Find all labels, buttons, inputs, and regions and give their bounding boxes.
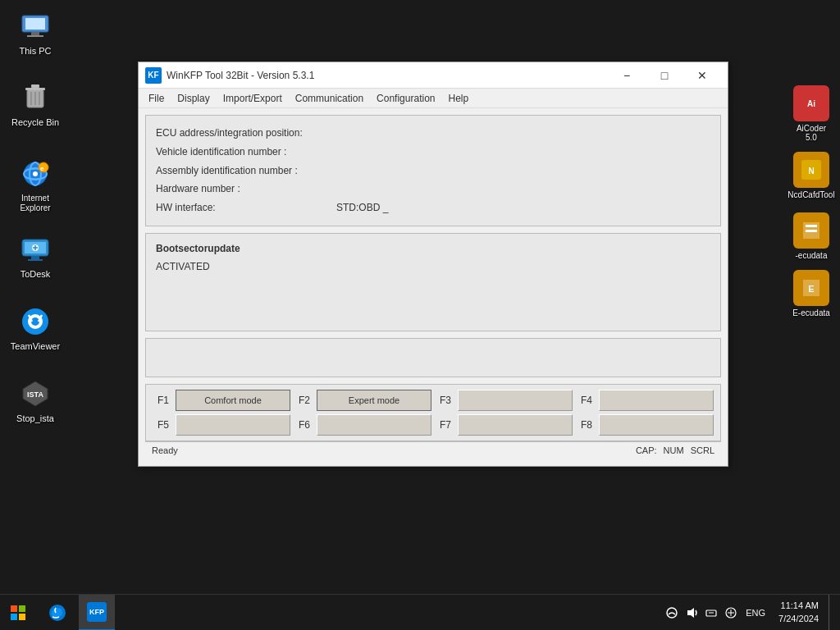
log-panel: Bootsectorupdate ACTIVATED (145, 233, 721, 331)
svg-text:ISTA: ISTA (27, 390, 43, 399)
taskbar-clock[interactable]: 11:14 AM 7/24/2024 (772, 600, 825, 625)
status-cap: CAP: (636, 445, 657, 455)
fkey-f1-label: F1 (153, 395, 172, 406)
info-label-ecu: ECU address/integration position: (156, 124, 336, 143)
info-row-ecu: ECU address/integration position: (156, 124, 710, 143)
fkey-f6-label: F6 (294, 419, 313, 431)
fkey-f4-button[interactable] (599, 390, 714, 411)
desktop-icon-teamviewer[interactable]: TeamViewer (3, 302, 67, 355)
close-button[interactable]: ✕ (683, 62, 721, 89)
fkey-row-1: F1 Comfort mode F2 Expert mode F3 F4 (153, 390, 714, 411)
fkey-f7-label: F7 (435, 419, 454, 431)
taskbar-edge-button[interactable] (39, 595, 75, 631)
fkey-f7-button[interactable] (458, 414, 573, 436)
fkey-f6-button[interactable] (317, 414, 431, 436)
svg-rect-1 (25, 18, 45, 30)
taskbar-winkfp-button[interactable]: KFP (79, 595, 115, 631)
menu-communication[interactable]: Communication (289, 89, 370, 108)
show-desktop-button[interactable] (829, 595, 833, 631)
svg-rect-31 (806, 225, 817, 227)
svg-marker-41 (687, 608, 694, 618)
fkey-f4-label: F4 (576, 395, 596, 406)
svg-rect-32 (806, 230, 817, 232)
status-scrl: SCRL (691, 445, 714, 455)
svg-text:N: N (808, 167, 814, 176)
empty-panel (145, 338, 721, 377)
tray-keyboard-icon[interactable] (703, 605, 719, 621)
fkey-f8-button[interactable] (599, 414, 714, 436)
taskbar: KFP ENG 11:14 AM 7/24/2024 (0, 594, 840, 630)
fkey-row-2: F5 F6 F7 F8 (153, 414, 714, 436)
tray-network-icon[interactable] (664, 605, 680, 621)
fkey-f8-label: F8 (576, 419, 596, 431)
minimize-button[interactable]: − (608, 62, 646, 89)
window-body: ECU address/integration position: Vehicl… (139, 108, 728, 466)
info-panel: ECU address/integration position: Vehicl… (145, 115, 721, 226)
fkey-f5-button[interactable] (176, 414, 290, 436)
start-button[interactable] (0, 595, 36, 631)
desktop-icon-ncdcafd[interactable]: N NcdCafdTool (783, 148, 840, 203)
info-label-vin: Vehicle identification number : (156, 143, 336, 162)
tray-ime-icon[interactable] (723, 605, 739, 621)
info-row-assembly: Assembly identification number : (156, 162, 710, 180)
info-row-hw: Hardware number : (156, 180, 710, 199)
status-text: Ready (152, 445, 178, 455)
svg-rect-3 (27, 35, 43, 37)
svg-rect-19 (28, 259, 43, 261)
fkey-f5-label: F5 (153, 419, 172, 431)
window-titlebar[interactable]: KF WinKFP Tool 32Bit - Version 5.3.1 − □… (139, 62, 728, 89)
menu-help[interactable]: Help (442, 89, 476, 108)
tray-icons (664, 605, 739, 621)
svg-rect-5 (25, 88, 45, 90)
info-row-vin: Vehicle identification number : (156, 143, 710, 162)
taskbar-language[interactable]: ENG (742, 608, 769, 618)
maximize-button[interactable]: □ (646, 62, 683, 89)
tray-volume-icon[interactable] (683, 605, 700, 621)
svg-rect-2 (31, 32, 39, 35)
desktop-icon-stop-ista[interactable]: ISTA Stop_ista (3, 374, 67, 427)
info-label-hwinterface: HW interface: (156, 199, 336, 217)
statusbar-right: CAP: NUM SCRL (636, 445, 714, 455)
log-title: Bootsectorupdate (156, 240, 710, 258)
svg-text:Ai: Ai (807, 99, 815, 108)
desktop-icon-ecudata2[interactable]: E E-ecudata (783, 267, 840, 321)
fkey-section: F1 Comfort mode F2 Expert mode F3 F4 F5 … (145, 384, 721, 441)
svg-rect-36 (19, 605, 25, 612)
status-num: NUM (664, 445, 684, 455)
desktop-icon-todesk[interactable]: ToDesk (3, 230, 67, 283)
info-label-hw: Hardware number : (156, 180, 336, 199)
desktop-icon-aicoder[interactable]: Ai AiCoder5.0 (783, 82, 840, 145)
desktop-icon-ecudata1[interactable]: -ecudata (783, 209, 840, 263)
window-title: WinKFP Tool 32Bit - Version 5.3.1 (167, 70, 608, 81)
svg-rect-18 (31, 256, 39, 259)
window-app-icon: KF (145, 67, 162, 84)
svg-rect-6 (31, 84, 39, 88)
menu-file[interactable]: File (142, 89, 171, 108)
window-controls: − □ ✕ (608, 62, 721, 89)
fkey-f2-label: F2 (294, 395, 313, 406)
desktop-icon-this-pc[interactable]: This PC (3, 7, 67, 60)
menu-configuration[interactable]: Configuration (370, 89, 441, 108)
svg-text:E: E (808, 284, 814, 294)
info-row-hwinterface: HW interface: STD:OBD _ (156, 199, 710, 217)
svg-text:e: e (40, 165, 44, 172)
statusbar: Ready CAP: NUM SCRL (145, 441, 721, 459)
info-value-hwinterface: STD:OBD _ (336, 199, 388, 217)
winkfp-window: KF WinKFP Tool 32Bit - Version 5.3.1 − □… (138, 62, 728, 467)
menu-display[interactable]: Display (171, 89, 216, 108)
desktop-icon-recycle-bin[interactable]: Recycle Bin (3, 78, 67, 131)
svg-rect-35 (11, 605, 17, 612)
svg-point-23 (31, 317, 39, 326)
fkey-f3-button[interactable] (458, 390, 573, 411)
svg-point-13 (33, 171, 38, 176)
taskbar-time-display: 11:14 AM (778, 600, 819, 612)
taskbar-right: ENG 11:14 AM 7/24/2024 (657, 595, 840, 631)
svg-rect-37 (11, 614, 17, 620)
menu-importexport[interactable]: Import/Export (217, 89, 289, 108)
desktop-icon-ie[interactable]: e InternetExplorer (3, 154, 67, 217)
fkey-f3-label: F3 (435, 395, 454, 406)
log-status: ACTIVATED (156, 258, 710, 276)
right-desktop-icons: Ai AiCoder5.0 N NcdCafdTool -ecudata E E… (783, 82, 840, 321)
fkey-f2-button[interactable]: Expert mode (317, 390, 431, 411)
fkey-f1-button[interactable]: Comfort mode (176, 390, 290, 411)
